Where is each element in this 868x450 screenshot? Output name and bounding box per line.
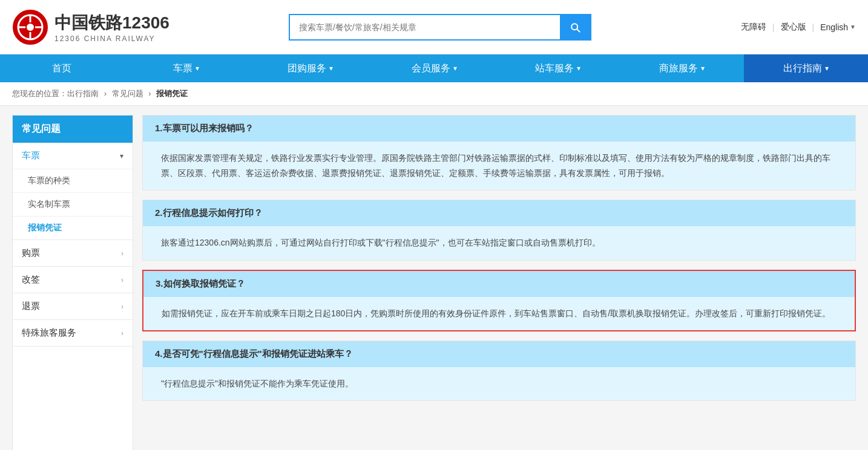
chevron-right-icon: › (121, 329, 123, 338)
faq-title-4: 4.是否可凭"行程信息提示"和报销凭证进站乘车？ (143, 341, 855, 367)
breadcrumb-sep-2: › (148, 89, 151, 98)
nav-label-member: 会员服务 (412, 62, 450, 75)
search-button[interactable] (560, 15, 590, 39)
sidebar-section-label-change: 改签 (22, 274, 40, 285)
nav-label-tickets: 车票 (173, 62, 192, 75)
chevron-down-icon: ▾ (701, 64, 705, 73)
language-label: English (820, 22, 848, 32)
sidebar-section-special: 特殊旅客服务 › (13, 320, 133, 347)
faq-item-3: 3.如何换取报销凭证？ 如需报销凭证，应在开车前或乘车日期之日起180日内，凭购… (142, 270, 856, 331)
chevron-down-icon: ▾ (196, 64, 199, 73)
faq-title-3: 3.如何换取报销凭证？ (143, 271, 855, 297)
divider-1: | (772, 22, 775, 32)
sidebar-section-label-tickets: 车票 (22, 150, 40, 161)
sidebar-section-buy: 购票 › (13, 240, 133, 267)
nav-item-guide[interactable]: 出行指南 ▾ (744, 54, 868, 82)
nav-label-home: 首页 (52, 62, 71, 75)
sidebar-section-label-refund: 退票 (22, 301, 40, 312)
nav-label-group: 团购服务 (288, 62, 326, 75)
nav-item-tickets[interactable]: 车票 ▾ (124, 54, 248, 82)
nav-label-guide: 出行指南 (783, 62, 822, 75)
chevron-down-icon: ▾ (453, 64, 457, 73)
chevron-down-icon: ▼ (850, 24, 856, 30)
sidebar-item-real-name[interactable]: 实名制车票 (13, 192, 133, 216)
breadcrumb-home[interactable]: 您现在的位置：出行指南 (12, 89, 99, 98)
faq-title-2: 2.行程信息提示如何打印？ (143, 200, 855, 226)
svg-point-2 (27, 24, 34, 31)
sidebar-section-label-buy: 购票 (22, 247, 40, 259)
search-input[interactable] (290, 15, 560, 39)
header-links: 无障碍 | 爱心版 | English ▼ (711, 22, 856, 33)
faq-title-1: 1.车票可以用来报销吗？ (143, 116, 855, 142)
sidebar-section-refund: 退票 › (13, 293, 133, 320)
breadcrumb-faq[interactable]: 常见问题 (112, 89, 143, 98)
chevron-down-icon: ▾ (577, 64, 580, 73)
nav-label-business: 商旅服务 (659, 62, 698, 75)
search-icon (569, 21, 581, 33)
faq-item-1: 1.车票可以用来报销吗？ 依据国家发票管理有关规定，铁路行业发票实行专业管理。原… (142, 115, 856, 191)
nav-item-group[interactable]: 团购服务 ▾ (248, 54, 372, 82)
faq-body-2: 旅客通过12306.cn网站购票后，可通过网站自行打印或下载"行程信息提示"，也… (143, 226, 855, 259)
breadcrumb-current: 报销凭证 (156, 89, 188, 98)
sidebar: 常见问题 车票 ▾ 车票的种类 实名制车票 报销凭证 购票 › 改签 › (12, 115, 133, 450)
accessibility-link[interactable]: 无障碍 (741, 22, 766, 33)
sidebar-title: 常见问题 (13, 116, 133, 143)
sidebar-section-label-special: 特殊旅客服务 (22, 327, 76, 339)
breadcrumb: 您现在的位置：出行指南 › 常见问题 › 报销凭证 (0, 82, 868, 106)
faq-item-4: 4.是否可凭"行程信息提示"和报销凭证进站乘车？ "行程信息提示"和报销凭证不能… (142, 341, 856, 401)
search-area (169, 14, 711, 41)
faq-body-1: 依据国家发票管理有关规定，铁路行业发票实行专业管理。原国务院铁路主管部门对铁路运… (143, 142, 855, 190)
nav-item-business[interactable]: 商旅服务 ▾ (620, 54, 744, 82)
breadcrumb-sep-1: › (104, 89, 107, 98)
nav-label-station: 站车服务 (535, 62, 574, 75)
sidebar-section-header-tickets[interactable]: 车票 ▾ (13, 143, 133, 169)
logo-text: 中国铁路12306 12306 CHINA RAILWAY (54, 11, 169, 43)
sidebar-section-tickets: 车票 ▾ 车票的种类 实名制车票 报销凭证 (13, 143, 133, 240)
chevron-right-icon: › (121, 249, 123, 258)
logo-icon (12, 9, 48, 45)
language-selector[interactable]: English ▼ (820, 22, 856, 32)
faq-body-3: 如需报销凭证，应在开车前或乘车日期之日起180日内，凭购票时所使用的有效身份证件… (143, 297, 855, 330)
logo-title: 中国铁路12306 (54, 11, 169, 34)
main-nav: 首页 车票 ▾ 团购服务 ▾ 会员服务 ▾ 站车服务 ▾ 商旅服务 ▾ 出行指南… (0, 54, 868, 82)
nav-item-home[interactable]: 首页 (0, 54, 124, 82)
sidebar-section-header-change[interactable]: 改签 › (13, 267, 133, 293)
chevron-right-icon: › (121, 276, 123, 284)
sidebar-item-reimbursement[interactable]: 报销凭证 (13, 216, 133, 240)
faq-content: 1.车票可以用来报销吗？ 依据国家发票管理有关规定，铁路行业发票实行专业管理。原… (142, 115, 856, 450)
header: 中国铁路12306 12306 CHINA RAILWAY 无障碍 | 爱心版 … (0, 0, 868, 54)
sidebar-section-change: 改签 › (13, 267, 133, 293)
sidebar-item-ticket-types[interactable]: 车票的种类 (13, 169, 133, 192)
main-content: 常见问题 车票 ▾ 车票的种类 实名制车票 报销凭证 购票 › 改签 › (0, 106, 868, 450)
sidebar-section-header-buy[interactable]: 购票 › (13, 240, 133, 266)
divider-2: | (812, 22, 815, 32)
nav-item-station[interactable]: 站车服务 ▾ (496, 54, 620, 82)
care-link[interactable]: 爱心版 (781, 22, 806, 33)
sidebar-section-header-refund[interactable]: 退票 › (13, 293, 133, 319)
chevron-down-icon: ▾ (329, 64, 333, 73)
faq-item-2: 2.行程信息提示如何打印？ 旅客通过12306.cn网站购票后，可通过网站自行打… (142, 200, 856, 260)
faq-body-4: "行程信息提示"和报销凭证不能作为乘车凭证使用。 (143, 367, 855, 400)
sidebar-section-header-special[interactable]: 特殊旅客服务 › (13, 320, 133, 346)
chevron-down-icon: ▾ (120, 152, 123, 160)
nav-item-member[interactable]: 会员服务 ▾ (372, 54, 496, 82)
logo-area: 中国铁路12306 12306 CHINA RAILWAY (12, 9, 169, 45)
chevron-right-icon: › (121, 302, 123, 311)
search-box (289, 14, 591, 41)
chevron-down-icon: ▾ (825, 64, 829, 73)
logo-subtitle: 12306 CHINA RAILWAY (54, 34, 169, 43)
